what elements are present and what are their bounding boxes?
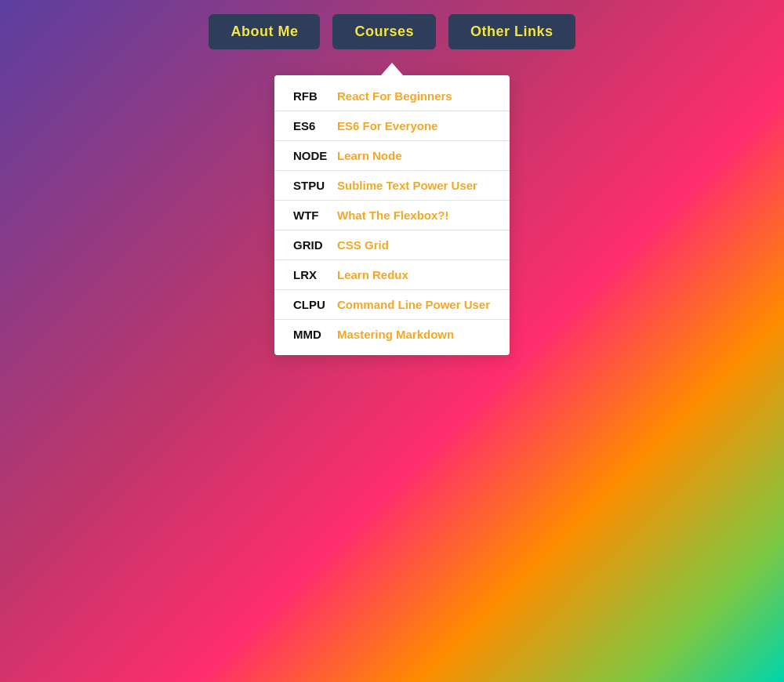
item-label: Learn Node — [337, 149, 402, 162]
dropdown-item[interactable]: WTFWhat The Flexbox?! — [274, 201, 510, 230]
item-code: CLPU — [293, 298, 331, 311]
item-label: Sublime Text Power User — [337, 179, 477, 192]
dropdown-item[interactable]: ES6ES6 For Everyone — [274, 111, 510, 141]
item-label: CSS Grid — [337, 238, 389, 252]
item-code: ES6 — [293, 119, 331, 132]
item-label: Command Line Power User — [337, 298, 490, 311]
item-code: RFB — [293, 89, 331, 103]
item-code: LRX — [293, 268, 331, 281]
item-code: MMD — [293, 328, 331, 341]
dropdown-item[interactable]: NODELearn Node — [274, 141, 510, 171]
dropdown-item[interactable]: STPUSublime Text Power User — [274, 171, 510, 201]
item-label: Learn Redux — [337, 268, 408, 281]
dropdown-item[interactable]: GRIDCSS Grid — [274, 230, 510, 260]
dropdown-item[interactable]: MMDMastering Markdown — [274, 320, 510, 349]
dropdown-item[interactable]: LRXLearn Redux — [274, 260, 510, 290]
item-code: GRID — [293, 238, 331, 252]
dropdown-arrow — [381, 63, 403, 75]
dropdown-item[interactable]: CLPUCommand Line Power User — [274, 290, 510, 320]
item-code: STPU — [293, 179, 331, 192]
item-label: Mastering Markdown — [337, 328, 454, 341]
courses-dropdown: RFBReact For BeginnersES6ES6 For Everyon… — [274, 63, 510, 355]
nav-bar: About Me Courses Other Links — [0, 0, 784, 49]
item-label: React For Beginners — [337, 89, 452, 103]
dropdown-item[interactable]: RFBReact For Beginners — [274, 82, 510, 111]
item-label: What The Flexbox?! — [337, 209, 449, 222]
dropdown-menu: RFBReact For BeginnersES6ES6 For Everyon… — [274, 75, 510, 355]
about-me-button[interactable]: About Me — [209, 14, 320, 49]
courses-button[interactable]: Courses — [332, 14, 436, 49]
item-label: ES6 For Everyone — [337, 119, 437, 132]
other-links-button[interactable]: Other Links — [448, 14, 575, 49]
item-code: NODE — [293, 149, 331, 162]
item-code: WTF — [293, 209, 331, 222]
